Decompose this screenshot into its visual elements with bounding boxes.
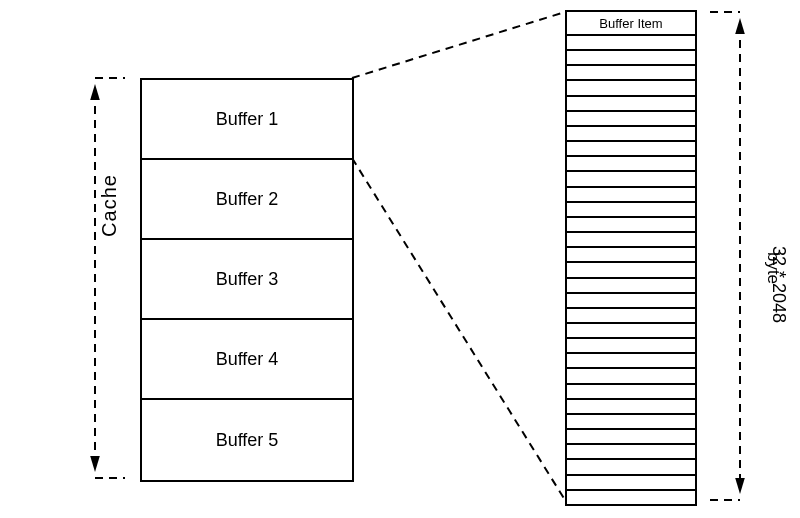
buffer-item-row xyxy=(567,476,695,491)
svg-line-7 xyxy=(352,158,565,500)
cache-bracket xyxy=(95,78,125,478)
buffer-item-row xyxy=(567,385,695,400)
buffer-item-row xyxy=(567,97,695,112)
buffer-item-row xyxy=(567,218,695,233)
buffer-item-row xyxy=(567,354,695,369)
cache-cell-4: Buffer 4 xyxy=(142,320,352,400)
buffer-item-row xyxy=(567,279,695,294)
cache-cell-3: Buffer 3 xyxy=(142,240,352,320)
buffer-detail-box: Buffer Item xyxy=(565,10,697,506)
buffer-item-row xyxy=(567,248,695,263)
buffer-item-row xyxy=(567,309,695,324)
buffer-item-row xyxy=(567,51,695,66)
buffer-item-row xyxy=(567,157,695,172)
cache-cell-1: Buffer 1 xyxy=(142,80,352,160)
buffer-item-row xyxy=(567,172,695,187)
buffer-item-row xyxy=(567,445,695,460)
buffer-item-row xyxy=(567,369,695,384)
buffer-item-row xyxy=(567,203,695,218)
buffer-item-row xyxy=(567,112,695,127)
buffer-item-row xyxy=(567,188,695,203)
buffer-item-header: Buffer Item xyxy=(567,12,695,36)
cache-label-text: Cache xyxy=(98,174,120,237)
buffer-item-row xyxy=(567,430,695,445)
size-label-line2: byte xyxy=(763,252,783,284)
buffer-item-row xyxy=(567,324,695,339)
buffer-item-row xyxy=(567,400,695,415)
buffer-item-row xyxy=(567,127,695,142)
buffer-item-row xyxy=(567,142,695,157)
buffer-item-row xyxy=(567,415,695,430)
buffer-item-row xyxy=(567,294,695,309)
cache-cell-5: Buffer 5 xyxy=(142,400,352,480)
buffer-item-row xyxy=(567,263,695,278)
cache-label: Cache xyxy=(98,174,121,237)
cache-cell-2: Buffer 2 xyxy=(142,160,352,240)
buffer-item-row xyxy=(567,339,695,354)
buffer-item-row xyxy=(567,460,695,475)
buffer-item-row xyxy=(567,36,695,51)
buffer-item-row xyxy=(567,233,695,248)
expansion-lines xyxy=(352,12,565,500)
buffer-item-row xyxy=(567,66,695,81)
cache-box: Buffer 1 Buffer 2 Buffer 3 Buffer 4 Buff… xyxy=(140,78,354,482)
svg-line-6 xyxy=(352,12,565,78)
size-bracket xyxy=(710,12,740,500)
buffer-item-row xyxy=(567,491,695,504)
buffer-item-row xyxy=(567,81,695,96)
